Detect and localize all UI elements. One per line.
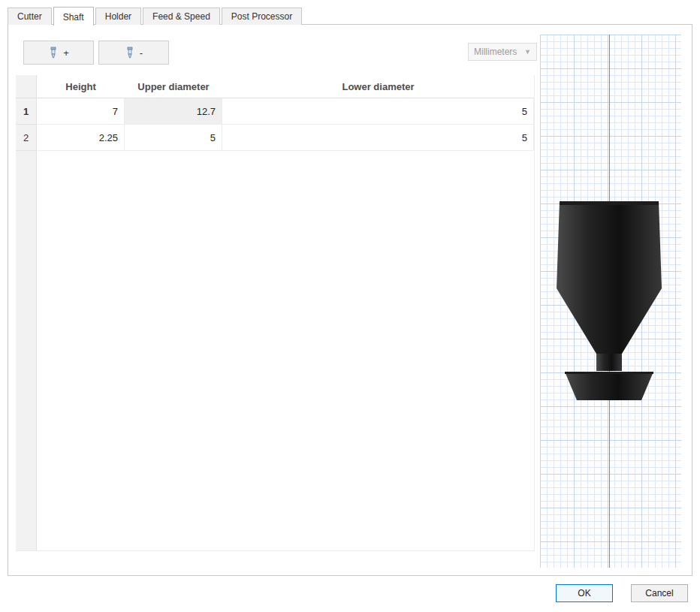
column-header-lower-diameter[interactable]: Lower diameter <box>222 75 534 98</box>
tab-post-processor[interactable]: Post Processor <box>222 8 302 25</box>
cell-height-2[interactable]: 2.25 <box>37 125 125 151</box>
add-segment-label: + <box>63 47 69 59</box>
remove-segment-button[interactable]: - <box>98 41 169 65</box>
remove-segment-label: - <box>140 47 143 59</box>
table-empty-area <box>37 151 534 550</box>
ok-button-label: OK <box>578 588 590 598</box>
preview-shaft-neck <box>596 354 622 371</box>
tab-cutter[interactable]: Cutter <box>8 8 52 25</box>
units-value: Millimeters <box>474 47 517 57</box>
shaft-segment-icon <box>48 47 59 59</box>
cell-lower-diameter-1[interactable]: 5 <box>222 98 534 125</box>
tab-bar: Cutter Shaft Holder Feed & Speed Post Pr… <box>8 7 303 25</box>
cell-upper-diameter-1[interactable]: 12.7 <box>125 98 222 125</box>
cancel-button[interactable]: Cancel <box>631 584 688 602</box>
preview-cutter-collar <box>565 372 653 400</box>
preview-taper-cone <box>557 288 662 354</box>
cancel-button-label: Cancel <box>645 588 673 598</box>
shaft-segments-table: Height Upper diameter Lower diameter 1 7… <box>16 75 535 551</box>
add-segment-button[interactable]: + <box>23 41 94 65</box>
tool-3d-preview <box>549 200 669 410</box>
preview-holder-top-cap <box>560 201 659 205</box>
preview-holder-body <box>557 201 662 288</box>
cell-lower-diameter-2[interactable]: 5 <box>222 125 534 151</box>
tab-shaft[interactable]: Shaft <box>53 7 94 26</box>
units-dropdown[interactable]: Millimeters ▼ <box>468 43 537 61</box>
row-header-1[interactable]: 1 <box>16 98 37 125</box>
column-header-height[interactable]: Height <box>37 75 125 98</box>
column-header-upper-diameter[interactable]: Upper diameter <box>125 75 222 98</box>
cell-height-1[interactable]: 7 <box>37 98 125 125</box>
row-header-2[interactable]: 2 <box>16 125 37 151</box>
row-gutter-filler <box>16 151 37 550</box>
ok-button[interactable]: OK <box>556 584 613 602</box>
preview-collar-top-edge <box>565 372 653 374</box>
shaft-segment-icon <box>125 47 135 59</box>
tab-holder[interactable]: Holder <box>95 8 141 25</box>
tab-feed-speed[interactable]: Feed & Speed <box>143 8 220 25</box>
table-corner <box>16 75 37 98</box>
tool-preview-panel[interactable] <box>540 35 681 568</box>
chevron-down-icon: ▼ <box>524 48 531 56</box>
shaft-tab-panel: + - Millimeters ▼ Height Upper diameter … <box>8 24 692 576</box>
cell-upper-diameter-2[interactable]: 5 <box>125 125 222 151</box>
